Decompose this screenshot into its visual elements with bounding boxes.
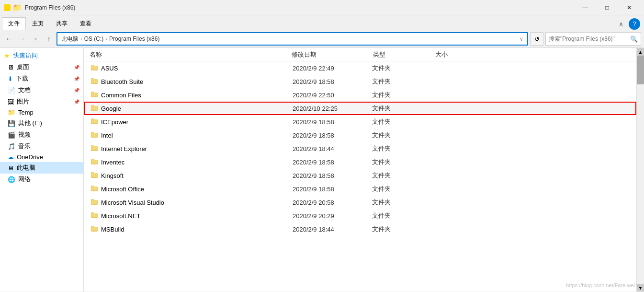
- folder-icon: [90, 171, 98, 180]
- file-date-cell: 2020/2/9 18:58: [291, 172, 372, 179]
- sidebar-pictures-label: 图片: [17, 97, 29, 106]
- address-box[interactable]: 此电脑 › OS (C:) › Program Files (x86) ∨: [56, 32, 528, 46]
- tab-view[interactable]: 查看: [74, 17, 98, 30]
- table-row[interactable]: Internet Explorer 2020/2/9 18:44 文件夹: [84, 142, 636, 155]
- file-date-cell: 2020/2/9 18:58: [291, 186, 372, 193]
- forward-dropdown-button[interactable]: ▾: [30, 33, 41, 45]
- col-header-size[interactable]: 大小: [433, 48, 481, 61]
- file-type-cell: 文件夹: [372, 91, 434, 99]
- close-button[interactable]: ✕: [618, 0, 640, 15]
- col-date-label: 修改日期: [292, 50, 316, 59]
- help-button[interactable]: ?: [629, 18, 640, 30]
- col-type-label: 类型: [373, 50, 385, 59]
- sidebar-onedrive-label: OneDrive: [17, 153, 43, 161]
- sidebar: ★ 快速访问 🖥 桌面 📌 ⬇ 下载 📌 📄 文档 📌 🖼 图片 📌 📁 Tem…: [0, 48, 84, 292]
- file-type-cell: 文件夹: [372, 117, 434, 126]
- forward-button[interactable]: →: [16, 33, 28, 45]
- file-name-cell: MSBuild: [85, 225, 291, 234]
- refresh-button[interactable]: ↺: [530, 32, 543, 46]
- sidebar-item-documents[interactable]: 📄 文档 📌: [0, 84, 83, 96]
- scroll-up-btn[interactable]: ▲: [637, 48, 644, 56]
- folder-icon: [90, 91, 98, 100]
- up-button[interactable]: ↑: [43, 33, 55, 45]
- sidebar-this-pc-label: 此电脑: [17, 164, 35, 172]
- table-row[interactable]: ICEpower 2020/2/9 18:58 文件夹: [84, 115, 636, 128]
- table-row[interactable]: Microsoft Visual Studio 2020/2/9 20:58 文…: [84, 196, 636, 209]
- ribbon: 文件 主页 共享 查看 ∧ ?: [0, 15, 644, 30]
- folder-icon: [90, 185, 98, 194]
- breadcrumb-sep-2: ›: [105, 36, 107, 42]
- file-type-cell: 文件夹: [372, 171, 434, 180]
- folder-icon-temp: 📁: [8, 109, 15, 116]
- tab-home[interactable]: 主页: [26, 17, 50, 30]
- minimize-button[interactable]: —: [574, 0, 596, 15]
- sidebar-item-temp[interactable]: 📁 Temp: [0, 107, 83, 117]
- file-type-cell: 文件夹: [372, 158, 434, 166]
- file-list: ASUS 2020/2/9 22:49 文件夹 Bluetooth Suite …: [84, 61, 636, 292]
- breadcrumb-pc[interactable]: 此电脑: [61, 35, 79, 43]
- col-header-type[interactable]: 类型: [371, 48, 433, 61]
- table-row[interactable]: MSBuild 2020/2/9 18:44 文件夹: [84, 222, 636, 236]
- file-name-label: MSBuild: [101, 226, 124, 233]
- breadcrumb-c[interactable]: OS (C:): [84, 35, 104, 42]
- table-row[interactable]: Inventec 2020/2/9 18:58 文件夹: [84, 155, 636, 169]
- col-header-name[interactable]: 名称: [84, 48, 290, 61]
- table-row[interactable]: Google 2020/2/10 22:25 文件夹: [84, 102, 636, 115]
- window-controls: — □ ✕: [574, 0, 640, 15]
- file-name-cell: Internet Explorer: [85, 144, 291, 153]
- folder-icon: [90, 77, 98, 86]
- sidebar-item-onedrive[interactable]: ☁ OneDrive: [0, 152, 83, 162]
- scroll-thumb[interactable]: [637, 56, 644, 84]
- file-date-cell: 2020/2/10 22:25: [291, 105, 372, 112]
- search-box[interactable]: 🔍: [545, 32, 641, 46]
- file-name-label: Bluetooth Suite: [101, 78, 143, 85]
- sidebar-item-f-drive[interactable]: 💾 其他 (F:): [0, 117, 83, 129]
- maximize-button[interactable]: □: [596, 0, 618, 15]
- table-row[interactable]: Common Files 2020/2/9 22:50 文件夹: [84, 88, 636, 102]
- file-date-cell: 2020/2/9 18:58: [291, 159, 372, 166]
- table-row[interactable]: Kingsoft 2020/2/9 18:58 文件夹: [84, 169, 636, 182]
- file-name-cell: Microsoft Office: [85, 185, 291, 194]
- sidebar-item-pictures[interactable]: 🖼 图片 📌: [0, 96, 83, 107]
- folder-icon: [90, 131, 98, 140]
- sidebar-section-quickaccess[interactable]: ★ 快速访问: [0, 50, 83, 61]
- sidebar-item-desktop[interactable]: 🖥 桌面 📌: [0, 61, 83, 73]
- search-input[interactable]: [549, 35, 628, 42]
- sidebar-item-downloads[interactable]: ⬇ 下载 📌: [0, 73, 83, 84]
- sidebar-item-network[interactable]: 🌐 网络: [0, 174, 83, 185]
- star-icon: ★: [4, 52, 10, 59]
- tab-file[interactable]: 文件: [2, 17, 26, 30]
- file-name-label: Microsoft.NET: [101, 212, 140, 220]
- search-icon: 🔍: [630, 35, 638, 43]
- file-type-cell: 文件夹: [372, 225, 434, 234]
- sidebar-temp-label: Temp: [18, 109, 34, 116]
- table-row[interactable]: Bluetooth Suite 2020/2/9 18:58 文件夹: [84, 75, 636, 88]
- file-name-cell: Microsoft.NET: [85, 211, 291, 221]
- breadcrumb-sep-1: ›: [80, 36, 82, 42]
- file-name-label: Google: [101, 105, 121, 112]
- table-row[interactable]: ASUS 2020/2/9 22:49 文件夹: [84, 61, 636, 75]
- col-header-date[interactable]: 修改日期: [290, 48, 371, 61]
- onedrive-icon: ☁: [8, 153, 14, 161]
- file-date-cell: 2020/2/9 18:44: [291, 226, 372, 233]
- expand-ribbon-btn[interactable]: ∧: [615, 18, 627, 30]
- pin-icon-dl: 📌: [74, 76, 79, 82]
- breadcrumb-programfiles[interactable]: Program Files (x86): [109, 35, 159, 42]
- table-row[interactable]: Microsoft.NET 2020/2/9 20:29 文件夹: [84, 209, 636, 222]
- file-date-cell: 2020/2/9 18:58: [291, 132, 372, 139]
- table-row[interactable]: Intel 2020/2/9 18:58 文件夹: [84, 128, 636, 142]
- sidebar-item-music[interactable]: 🎵 音乐: [0, 140, 83, 152]
- sidebar-quickaccess-label: 快速访问: [13, 51, 38, 60]
- tab-share[interactable]: 共享: [50, 17, 74, 30]
- table-row[interactable]: Microsoft Office 2020/2/9 18:58 文件夹: [84, 182, 636, 196]
- sidebar-item-this-pc[interactable]: 🖥 此电脑: [0, 162, 83, 174]
- file-date-cell: 2020/2/9 22:50: [291, 92, 372, 99]
- scrollbar[interactable]: ▲ ▼: [636, 48, 644, 292]
- back-button[interactable]: ←: [3, 33, 14, 45]
- this-pc-icon: 🖥: [8, 164, 14, 172]
- folder-icon: [90, 117, 98, 127]
- download-icon: ⬇: [8, 75, 13, 82]
- file-type-cell: 文件夹: [372, 77, 434, 86]
- address-expand-btn[interactable]: ∨: [520, 36, 523, 42]
- sidebar-item-videos[interactable]: 🎬 视频: [0, 129, 83, 140]
